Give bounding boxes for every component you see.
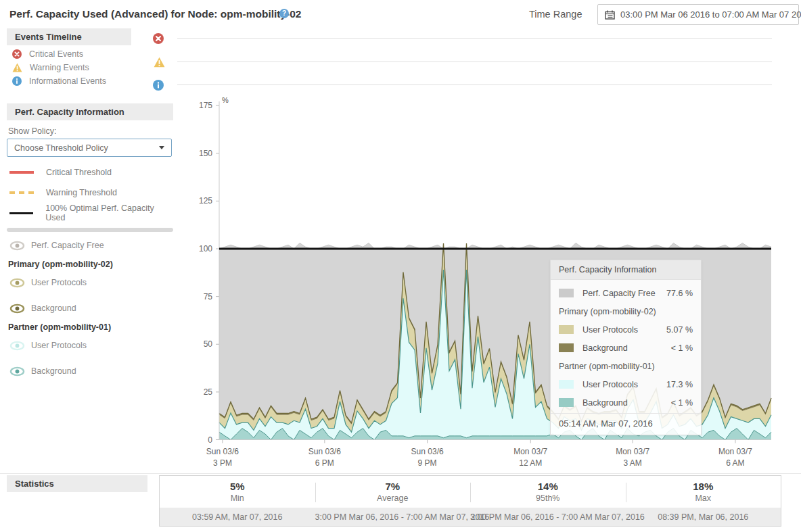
- toggle-primary-user-protocols[interactable]: User Protocols: [9, 278, 173, 287]
- eye-icon: [9, 366, 25, 377]
- legend-warning-events: Warning Events: [12, 63, 173, 72]
- critical-circle-x-icon: [153, 33, 164, 44]
- chart-tooltip: Perf. Capacity Information Perf. Capacit…: [550, 260, 702, 435]
- chevron-down-icon: [159, 146, 164, 149]
- toggle-partner-user-protocols[interactable]: User Protocols: [9, 341, 173, 350]
- legend-warning-threshold: Warning Threshold: [7, 188, 173, 197]
- x-tick-label: 3 AM: [624, 458, 642, 468]
- statistics-panel-header: Statistics: [7, 475, 147, 492]
- y-tick-label: 75: [204, 292, 213, 301]
- info-circle-icon: [153, 80, 164, 91]
- tooltip-row-partner-background: Background < 1 %: [559, 393, 693, 412]
- y-tick-label: 125: [199, 196, 212, 205]
- time-range-label: Time Range: [529, 9, 582, 20]
- tooltip-title: Perf. Capacity Information: [551, 260, 701, 280]
- x-tick-label: 9 PM: [418, 458, 437, 468]
- y-tick-label: 150: [199, 149, 212, 158]
- series-swatch: [559, 398, 574, 407]
- warning-events-lane: [177, 62, 772, 62]
- eye-icon: [9, 241, 25, 251]
- y-tick-label: 0: [208, 435, 212, 445]
- x-tick-label: Sun 03/6: [206, 447, 239, 456]
- x-tick-label: Sun 03/6: [411, 447, 444, 456]
- tooltip-row-primary-user-protocols: User Protocols 5.07 %: [559, 320, 693, 339]
- legend-informational-events: Informational Events: [12, 76, 173, 86]
- events-timeline-header: Events Timeline: [7, 28, 131, 45]
- tooltip-group-partner: Partner (opm-mobility-01): [559, 357, 693, 375]
- stat-min-detail: 03:59 AM, Mar 07, 2016: [160, 512, 315, 522]
- threshold-policy-value: Choose Threshold Policy: [14, 143, 152, 153]
- events-timeline-panel: Events Timeline Critical Events Warning …: [7, 28, 173, 86]
- stat-max-detail: 08:39 PM, Mar 06, 2016: [626, 512, 781, 522]
- time-range-value: 03:00 PM Mar 06 2016 to 07:00 AM Mar 07 …: [620, 9, 801, 20]
- y-tick-label: 175: [199, 101, 212, 110]
- divider: [0, 473, 801, 474]
- tooltip-timestamp: 05:14 AM, Mar 07, 2016: [551, 413, 701, 435]
- x-tick-label: 12 AM: [519, 458, 542, 468]
- info-circle-icon: [12, 76, 22, 86]
- legend-optimal-line: 100% Optimal Perf. Capacity Used: [7, 208, 173, 218]
- x-tick-label: Mon 03/7: [616, 447, 649, 456]
- toggle-primary-background[interactable]: Background: [9, 304, 173, 313]
- group-heading-partner: Partner (opm-mobility-01): [8, 322, 173, 332]
- critical-circle-x-icon: [12, 49, 22, 59]
- x-tick-label: Mon 03/7: [513, 447, 547, 456]
- warning-threshold-line-swatch: [9, 191, 34, 194]
- threshold-policy-dropdown[interactable]: Choose Threshold Policy: [7, 139, 172, 157]
- y-tick-label: 50: [204, 339, 213, 349]
- tooltip-row-capacity-free: Perf. Capacity Free 77.6 %: [559, 284, 693, 302]
- legend-critical-events: Critical Events: [12, 49, 173, 59]
- legend-critical-threshold: Critical Threshold: [7, 168, 173, 177]
- page-title: Perf. Capacity Used (Advanced) for Node:…: [9, 8, 302, 20]
- warning-triangle-icon: [154, 57, 165, 68]
- x-tick-label: Mon 03/7: [718, 447, 752, 456]
- stat-average-detail: 3:00 PM Mar 06, 2016 - 7:00 AM Mar 07, 2…: [315, 512, 471, 522]
- stat-95th: 14% 95th%: [470, 476, 626, 508]
- group-heading-primary: Primary (opm-mobility-02): [8, 260, 173, 269]
- perf-capacity-area-chart[interactable]: %0255075100125150175Sun 03/63 PMSun 03/6…: [169, 95, 801, 472]
- x-tick-label: 6 AM: [726, 458, 744, 468]
- x-tick-label: 3 PM: [213, 458, 232, 468]
- time-range-dropdown[interactable]: 03:00 PM Mar 06 2016 to 07:00 AM Mar 07 …: [597, 4, 799, 25]
- x-tick-label: Sun 03/6: [308, 447, 341, 456]
- sidebar-scrollbar[interactable]: [7, 228, 173, 232]
- show-policy-label: Show Policy:: [8, 126, 173, 136]
- series-swatch: [559, 380, 574, 389]
- series-swatch: [559, 289, 574, 297]
- calendar-icon: [605, 10, 615, 20]
- informational-events-lane: [177, 84, 772, 85]
- series-swatch: [559, 343, 574, 352]
- y-tick-label: 25: [204, 387, 213, 397]
- warning-triangle-icon: [12, 63, 22, 72]
- tooltip-group-primary: Primary (opm-mobility-02): [559, 302, 693, 320]
- stat-max: 18% Max: [626, 476, 781, 508]
- stat-min: 5% Min: [160, 476, 315, 508]
- critical-events-lane: [177, 38, 772, 39]
- perf-capacity-page: Perf. Capacity Used (Advanced) for Node:…: [0, 0, 801, 532]
- y-tick-label: 100: [199, 244, 212, 253]
- stat-average: 7% Average: [315, 476, 471, 508]
- series-swatch: [559, 325, 574, 334]
- y-axis-unit: %: [222, 96, 229, 104]
- tooltip-row-partner-user-protocols: User Protocols 17.3 %: [559, 375, 693, 393]
- tooltip-row-primary-background: Background < 1 %: [559, 339, 693, 357]
- x-tick-label: 6 PM: [315, 458, 334, 468]
- toggle-partner-background[interactable]: Background: [9, 366, 173, 376]
- optimal-line-swatch: [9, 212, 33, 214]
- eye-icon: [9, 278, 25, 288]
- toggle-perf-capacity-free[interactable]: Perf. Capacity Free: [9, 241, 173, 250]
- perf-capacity-info-header: Perf. Capacity Information: [7, 103, 173, 120]
- help-icon[interactable]: ?: [279, 9, 289, 18]
- eye-icon: [9, 341, 25, 351]
- critical-threshold-line-swatch: [9, 171, 34, 174]
- statistics-table: 5% Min 7% Average 14% 95th% 18% Max 03:5…: [159, 475, 781, 527]
- eye-icon: [9, 304, 25, 314]
- perf-capacity-info-panel: Perf. Capacity Information Show Policy: …: [7, 103, 173, 376]
- stat-95th-detail: 3:00 PM Mar 06, 2016 - 7:00 AM Mar 07, 2…: [470, 512, 626, 522]
